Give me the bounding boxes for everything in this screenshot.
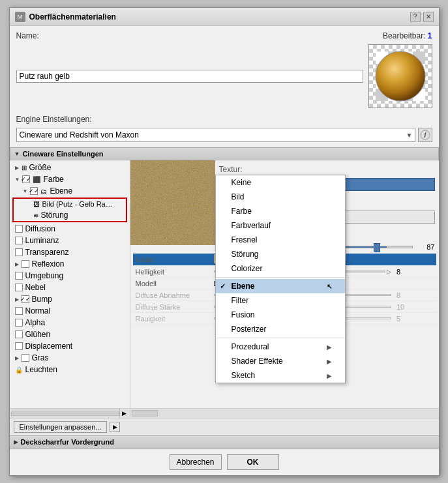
menu-item-fresnel[interactable]: Fresnel <box>216 233 345 247</box>
gluehen-label: Glühen <box>25 330 51 339</box>
tree-item-transparenz[interactable]: Transparenz <box>10 246 130 258</box>
tree-item-bump[interactable]: ▶ ✓ Bump <box>10 293 130 305</box>
farbe-label: Farbe <box>43 175 63 184</box>
menu-item-filter[interactable]: Filter <box>216 293 345 308</box>
menu-item-farbverlauf[interactable]: Farbverlauf <box>216 218 345 233</box>
tree-item-umgebung[interactable]: Umgebung <box>10 270 130 282</box>
menu-item-colorizer[interactable]: Colorizer <box>216 261 345 276</box>
section-collapse-icon: ▼ <box>14 151 20 157</box>
nebel-checkbox[interactable] <box>15 284 23 291</box>
menu-item-stoerung[interactable]: Störung <box>216 247 345 261</box>
settings-customize-button[interactable]: Einstellungen anpassen... <box>14 421 108 433</box>
close-button[interactable]: ✕ <box>423 12 434 22</box>
tree-item-nebel[interactable]: Nebel <box>10 282 130 293</box>
shader-submenu-arrow: ▶ <box>327 358 332 365</box>
tree-item-leuchten[interactable]: 🔒 Leuchten <box>10 364 130 375</box>
menu-separator-1 <box>216 277 345 278</box>
menu-item-sketch[interactable]: Sketch ▶ <box>216 368 345 383</box>
tree-item-displacement[interactable]: Displacement <box>10 340 130 352</box>
menu-prozedural-label: Prozedural <box>231 342 269 351</box>
rauigkeit-value: 5 <box>394 313 436 325</box>
tree-item-reflexion[interactable]: ▶ Reflexion <box>10 258 130 270</box>
ebene-checkbox[interactable]: ✓ <box>30 187 38 195</box>
farbe-prop-num <box>394 254 436 266</box>
texture-svg <box>130 160 215 245</box>
cineware-section-title: Cineware Einstellungen <box>22 150 103 158</box>
gluehen-checkbox[interactable] <box>15 330 23 338</box>
farbe-triangle: ▼ <box>15 177 20 183</box>
svg-rect-15 <box>130 160 215 245</box>
tree-item-gras[interactable]: ▶ Gras <box>10 352 130 364</box>
tree-item-grosse[interactable]: ▶ ⊞ Größe <box>10 162 130 173</box>
normal-checkbox[interactable] <box>15 307 23 315</box>
farbe-checkbox[interactable]: ✓ <box>22 175 30 183</box>
menu-item-posterizer[interactable]: Posterizer <box>216 322 345 336</box>
engine-dropdown-wrapper: Cineware und Redshift von Maxon ▼ <box>16 128 415 142</box>
menu-farbe-label: Farbe <box>231 207 252 216</box>
left-hscroll[interactable] <box>11 411 119 416</box>
reflexion-triangle: ▶ <box>15 261 19 267</box>
leuchten-icon: 🔒 <box>15 366 23 373</box>
left-scroll-right[interactable]: ▶ <box>119 409 128 418</box>
texture-dropdown-menu: Keine Bild Farbe Farbverlauf Fresnel Stö… <box>215 175 346 383</box>
material-preview <box>368 44 432 108</box>
info-icon: i <box>420 130 430 140</box>
alpha-checkbox[interactable] <box>15 319 23 327</box>
settings-arrow-btn[interactable]: ▶ <box>110 422 120 432</box>
tree-item-bild[interactable]: 🖼 Bild (Putz - Gelb Ra… <box>14 199 126 209</box>
cineware-section-header[interactable]: ▼ Cineware Einstellungen <box>10 147 439 160</box>
tree-item-luminanz[interactable]: Luminanz <box>10 235 130 246</box>
tree-item-normal[interactable]: Normal <box>10 305 130 317</box>
bump-triangle: ▶ <box>15 297 19 302</box>
menu-item-farbe[interactable]: Farbe <box>216 204 345 218</box>
menu-item-ebene[interactable]: ✓ Ebene ↖ <box>216 279 345 293</box>
menu-item-fusion[interactable]: Fusion <box>216 308 345 322</box>
help-button[interactable]: ? <box>410 12 421 22</box>
name-input-row <box>16 44 432 108</box>
tree-item-farbe[interactable]: ▼ ✓ ⬛ Farbe <box>10 173 130 185</box>
deckkraft-thumb[interactable] <box>374 243 380 252</box>
tree-item-ebene[interactable]: ▼ ✓ 🗂 Ebene <box>10 185 130 197</box>
menu-item-prozedural[interactable]: Prozedural ▶ <box>216 340 345 354</box>
content-area: ▶ ⊞ Größe ▼ ✓ ⬛ Farbe ▼ ✓ 🗂 Ebene 🖼 <box>10 160 439 408</box>
diffusion-label: Diffusion <box>25 224 55 233</box>
window-title: Oberflächenmaterialien <box>29 12 116 22</box>
umgebung-checkbox[interactable] <box>15 272 23 280</box>
tree-item-stoerung[interactable]: ≋ Störung <box>14 209 126 221</box>
diffusion-checkbox[interactable] <box>15 225 23 233</box>
diffuse-abnahme-label: Diffuse Abnahme <box>133 289 211 301</box>
menu-posterizer-label: Posterizer <box>231 325 267 334</box>
umgebung-label: Umgebung <box>25 271 64 280</box>
title-bar: M Oberflächenmaterialien ? ✕ <box>10 8 439 26</box>
rauigkeit-label: Rauigkeit <box>133 313 211 325</box>
menu-item-shader-effekte[interactable]: Shader Effekte ▶ <box>216 354 345 368</box>
tree-item-diffusion[interactable]: Diffusion <box>10 223 130 235</box>
menu-farbverlauf-label: Farbverlauf <box>231 221 271 230</box>
tree-item-alpha[interactable]: Alpha <box>10 317 130 329</box>
info-button[interactable]: i <box>418 128 432 142</box>
engine-select[interactable]: Cineware und Redshift von Maxon <box>16 128 415 142</box>
deckscharrfur-section-header[interactable]: ▶ Deckscharrfur Vordergrund <box>10 435 439 448</box>
luminanz-checkbox[interactable] <box>15 237 23 244</box>
tree-item-gluehen[interactable]: Glühen <box>10 329 130 340</box>
engine-label-row: Engine Einstellungen: <box>16 112 432 124</box>
reflexion-checkbox[interactable] <box>22 260 29 268</box>
sketch-submenu-arrow: ▶ <box>327 372 332 379</box>
menu-item-bild[interactable]: Bild <box>216 190 345 204</box>
menu-item-keine[interactable]: Keine <box>216 175 345 190</box>
ebene-label: Ebene <box>50 186 72 196</box>
highlighted-group: 🖼 Bild (Putz - Gelb Ra… ≋ Störung <box>12 198 127 222</box>
gras-checkbox[interactable] <box>22 354 29 362</box>
cancel-button[interactable]: Abbrechen <box>170 454 222 470</box>
displacement-checkbox[interactable] <box>15 342 23 350</box>
farbe-prop-label: Farbe <box>133 254 211 266</box>
transparenz-checkbox[interactable] <box>15 248 23 256</box>
transparenz-label: Transparenz <box>25 248 69 257</box>
modell-label: Modell <box>133 278 211 289</box>
menu-filter-label: Filter <box>231 296 249 305</box>
ok-button[interactable]: OK <box>227 454 279 470</box>
name-input[interactable] <box>16 70 363 83</box>
right-hscroll[interactable] <box>132 410 158 417</box>
bump-checkbox[interactable]: ✓ <box>22 295 29 303</box>
bild-icon: 🖼 <box>33 201 40 208</box>
